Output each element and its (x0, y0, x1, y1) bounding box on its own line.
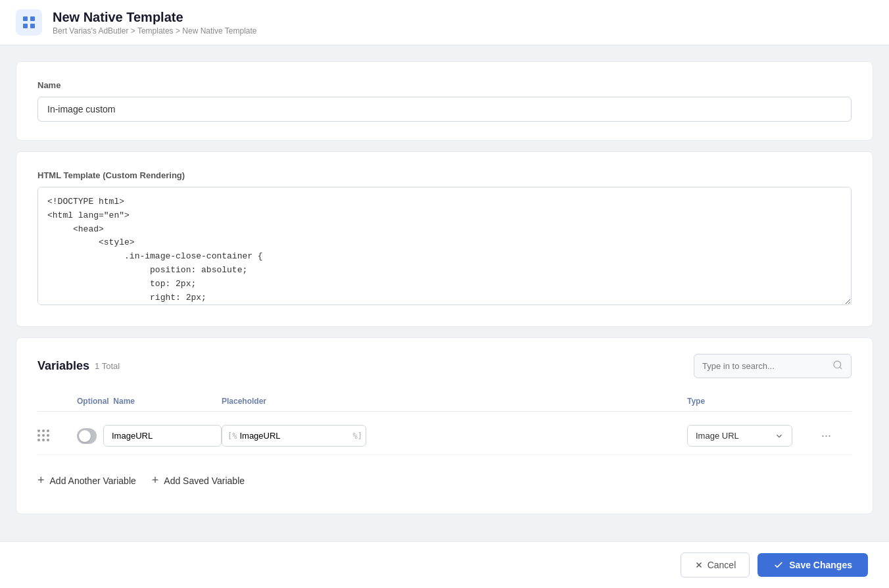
svg-point-4 (834, 361, 841, 368)
placeholder-cell: [% %] (222, 425, 366, 447)
dot (42, 439, 45, 441)
search-icon (832, 360, 843, 372)
placeholder-prefix: [% (228, 431, 237, 441)
svg-rect-1 (30, 16, 35, 21)
save-label: Save Changes (789, 560, 852, 570)
more-options-button[interactable]: ··· (819, 426, 852, 445)
add-saved-label: Add Saved Variable (164, 476, 245, 486)
placeholder-suffix: %] (352, 431, 362, 441)
dot (37, 439, 40, 441)
search-box[interactable] (694, 354, 852, 378)
add-saved-variable-button[interactable]: + Add Saved Variable (152, 468, 245, 493)
cancel-label: Cancel (708, 560, 736, 570)
breadcrumb-sep1: > (131, 26, 137, 36)
cancel-button[interactable]: Cancel (681, 552, 750, 577)
plus-icon-1: + (37, 474, 45, 487)
drag-handle[interactable] (37, 429, 77, 442)
variables-card: Variables 1 Total Optional Name Placehol… (16, 337, 873, 514)
add-buttons: + Add Another Variable + Add Saved Varia… (37, 468, 852, 493)
dot (42, 429, 45, 432)
col-type: Type (687, 397, 819, 406)
svg-rect-2 (23, 24, 28, 28)
name-input[interactable] (37, 97, 852, 122)
variables-title: Variables 1 Total (37, 359, 120, 373)
col-placeholder: Placeholder (222, 397, 687, 406)
html-template-textarea[interactable]: <!DOCTYPE html> <html lang="en"> <head> … (37, 187, 852, 305)
placeholder-input[interactable] (239, 426, 350, 446)
dot (37, 429, 40, 432)
dot (47, 439, 49, 441)
type-value: Image URL (696, 431, 739, 441)
html-template-card: HTML Template (Custom Rendering) <!DOCTY… (16, 151, 873, 327)
name-label: Name (37, 80, 852, 90)
dot (37, 434, 40, 437)
add-another-label: Add Another Variable (50, 476, 136, 486)
breadcrumb-templates[interactable]: Templates (137, 26, 174, 36)
breadcrumb-current: New Native Template (182, 26, 256, 36)
save-check-icon (773, 560, 784, 570)
variables-header: Variables 1 Total (37, 354, 852, 378)
dot (42, 434, 45, 437)
search-input[interactable] (702, 361, 827, 371)
footer: Cancel Save Changes (0, 541, 889, 588)
dot (47, 434, 49, 437)
app-header: New Native Template Bert Varias's AdButl… (0, 0, 889, 45)
header-text: New Native Template Bert Varias's AdButl… (53, 10, 256, 36)
chevron-down-icon (775, 431, 784, 441)
table-headers: Optional Name Placeholder Type (37, 391, 852, 412)
svg-rect-0 (23, 16, 28, 21)
type-select[interactable]: Image URL (687, 425, 792, 447)
variables-title-text: Variables (37, 359, 89, 373)
col-optional-name: Optional Name (77, 397, 222, 406)
col-drag (37, 397, 77, 406)
save-button[interactable]: Save Changes (757, 553, 868, 577)
dot (47, 429, 49, 432)
svg-rect-3 (30, 24, 35, 28)
add-another-variable-button[interactable]: + Add Another Variable (37, 468, 136, 493)
variables-count: 1 Total (95, 361, 120, 371)
plus-icon-2: + (152, 474, 159, 487)
optional-toggle[interactable] (77, 428, 97, 444)
page-title: New Native Template (53, 10, 256, 25)
table-row: [% %] Image URL ··· (37, 417, 852, 455)
name-card: Name (16, 61, 873, 141)
variable-name-input[interactable] (103, 425, 222, 447)
name-cell (77, 425, 222, 447)
breadcrumb: Bert Varias's AdButler > Templates > New… (53, 26, 256, 36)
svg-line-5 (840, 367, 842, 369)
main-content: Name HTML Template (Custom Rendering) <!… (0, 45, 889, 580)
html-template-label: HTML Template (Custom Rendering) (37, 170, 852, 180)
breadcrumb-account[interactable]: Bert Varias's AdButler (53, 26, 128, 36)
col-actions (819, 397, 852, 406)
breadcrumb-sep2: > (176, 26, 182, 36)
cancel-x-icon (694, 560, 704, 570)
app-icon (16, 9, 42, 36)
